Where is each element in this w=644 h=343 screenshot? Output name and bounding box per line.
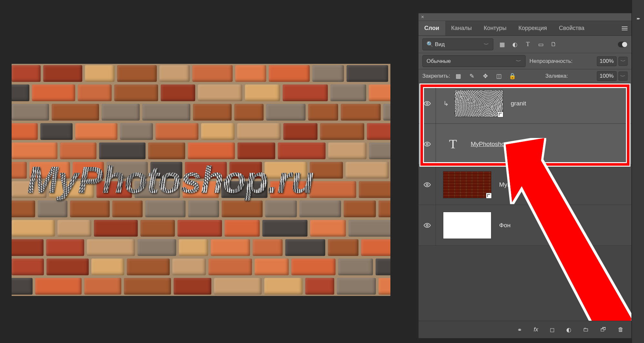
visibility-toggle[interactable] <box>418 205 436 245</box>
filter-toggle[interactable] <box>618 42 628 47</box>
new-layer-icon[interactable]: 🗗 <box>600 326 606 333</box>
layer-row[interactable]: ↳granit <box>418 83 631 124</box>
tab-слои[interactable]: Слои <box>418 21 445 35</box>
adjustment-filter-icon[interactable]: ◐ <box>511 40 519 49</box>
group-icon[interactable]: 🗀 <box>583 326 589 333</box>
layers-panel: × СлоиКаналыКонтурыКоррекцияСвойства 🔍 В… <box>418 13 632 338</box>
visibility-toggle[interactable] <box>418 83 436 123</box>
canvas-text-overlay: MyPhotoshop.ru <box>27 158 313 201</box>
smart-filter-icon[interactable]: 🗋 <box>549 40 558 49</box>
filter-type-icons: ▦ ◐ T ▭ 🗋 <box>498 40 558 49</box>
layer-filter-dropdown[interactable]: 🔍 Вид ﹀ <box>422 38 493 50</box>
mask-icon[interactable]: ◻ <box>550 326 555 333</box>
shape-filter-icon[interactable]: ▭ <box>537 40 545 49</box>
type-layer-icon: T <box>443 134 463 154</box>
collapse-panels-icon[interactable]: ▸▸ <box>637 16 639 21</box>
svg-point-2 <box>426 143 428 145</box>
lock-label: Закрепить: <box>422 73 450 79</box>
type-filter-icon[interactable]: T <box>524 40 532 49</box>
blend-mode-value: Обычные <box>427 58 451 64</box>
layer-panel-footer: ⚭ fx ◻ ◐ 🗀 🗗 🗑 <box>418 321 631 338</box>
panel-dock-strip[interactable]: ▸▸ <box>632 0 644 343</box>
opacity-dropdown-icon[interactable]: ﹀ <box>619 57 628 66</box>
panel-menu-button[interactable] <box>618 21 631 35</box>
link-icon[interactable]: ⚭ <box>517 326 522 333</box>
layer-name[interactable]: MyPhotoshop <box>499 181 537 188</box>
svg-point-3 <box>426 184 428 186</box>
layer-thumbnail[interactable] <box>443 171 491 198</box>
layer-thumbnail[interactable] <box>455 90 503 117</box>
blend-mode-row: Обычные ﹀ Непрозрачность: 100% ﹀ <box>418 53 631 69</box>
layer-thumbnail[interactable] <box>443 212 491 239</box>
layer-name[interactable]: granit <box>511 100 526 107</box>
lock-all-icon[interactable]: 🔒 <box>508 72 517 80</box>
lock-transparency-icon[interactable]: ▩ <box>454 72 462 80</box>
layer-name[interactable]: MyPhotoshop.ru <box>471 141 515 148</box>
layer-row[interactable]: MyPhotoshop <box>418 164 631 205</box>
adjustment-icon[interactable]: ◐ <box>566 326 571 333</box>
lock-position-icon[interactable]: ✥ <box>481 72 489 80</box>
canvas-document[interactable]: MyPhotoshop.ru <box>12 64 390 296</box>
close-icon[interactable]: × <box>421 14 424 20</box>
blend-mode-dropdown[interactable]: Обычные ﹀ <box>422 55 526 67</box>
layer-row[interactable]: Фон <box>418 205 631 246</box>
fill-value[interactable]: 100% <box>597 71 617 81</box>
image-filter-icon[interactable]: ▦ <box>498 40 506 49</box>
layer-row[interactable]: TMyPhotoshop.ru <box>418 124 631 164</box>
clipping-mask-icon: ↳ <box>443 100 449 107</box>
fill-label[interactable]: Заливка: <box>545 73 568 79</box>
opacity-value[interactable]: 100% <box>597 56 617 66</box>
layer-list: ↳granitTMyPhotoshop.ruMyPhotoshopФон <box>418 83 631 321</box>
visibility-toggle[interactable] <box>418 164 436 205</box>
tab-каналы[interactable]: Каналы <box>445 21 478 35</box>
lock-artboard-icon[interactable]: ◫ <box>495 72 503 80</box>
fill-dropdown-icon[interactable]: ﹀ <box>619 72 628 81</box>
tab-свойства[interactable]: Свойства <box>553 21 590 35</box>
layer-filter-row: 🔍 Вид ﹀ ▦ ◐ T ▭ 🗋 <box>418 36 631 53</box>
lock-paint-icon[interactable]: ✎ <box>468 72 476 80</box>
svg-point-4 <box>426 224 428 226</box>
filter-dropdown-label: Вид <box>435 41 445 47</box>
layer-name[interactable]: Фон <box>499 222 511 229</box>
tab-контуры[interactable]: Контуры <box>478 21 513 35</box>
smart-object-icon <box>498 112 503 117</box>
panel-tabs: СлоиКаналыКонтурыКоррекцияСвойства <box>418 21 631 36</box>
trash-icon[interactable]: 🗑 <box>618 326 624 333</box>
lock-row: Закрепить: ▩ ✎ ✥ ◫ 🔒 Заливка: 100% ﹀ <box>418 69 631 83</box>
panel-titlebar[interactable]: × <box>418 13 631 21</box>
svg-point-1 <box>426 103 428 104</box>
tab-коррекция[interactable]: Коррекция <box>513 21 553 35</box>
hamburger-icon <box>622 28 628 29</box>
smart-object-icon <box>486 193 492 199</box>
visibility-toggle[interactable] <box>418 124 436 164</box>
fx-icon[interactable]: fx <box>534 326 538 333</box>
opacity-label[interactable]: Непрозрачность: <box>529 58 573 64</box>
